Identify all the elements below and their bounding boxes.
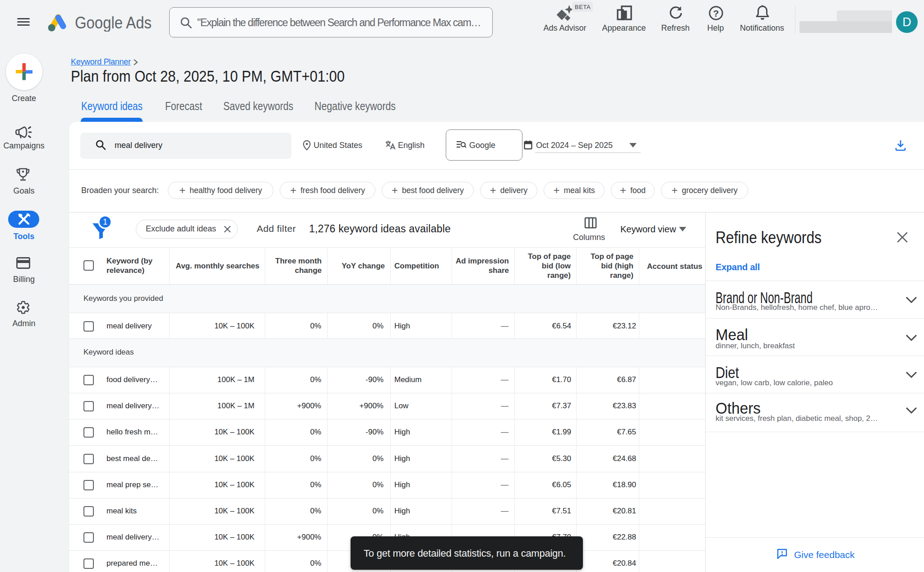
svg-text:Refine keywords: Refine keywords	[716, 228, 822, 247]
svg-text:Forecast: Forecast	[165, 99, 203, 113]
svg-text:Google Ads: Google Ads	[75, 14, 152, 32]
svg-text:?: ?	[713, 8, 719, 18]
svg-text:Saved keywords: Saved keywords	[223, 99, 293, 113]
svg-text:Keyword ideas: Keyword ideas	[81, 99, 143, 113]
svg-text:Meal: Meal	[716, 326, 748, 343]
svg-text:Plan from Oct 28, 2025, 10 PM,: Plan from Oct 28, 2025, 10 PM, GMT+01:00	[71, 67, 345, 85]
svg-text:1: 1	[103, 217, 107, 226]
svg-text:Negative keywords: Negative keywords	[314, 99, 396, 113]
